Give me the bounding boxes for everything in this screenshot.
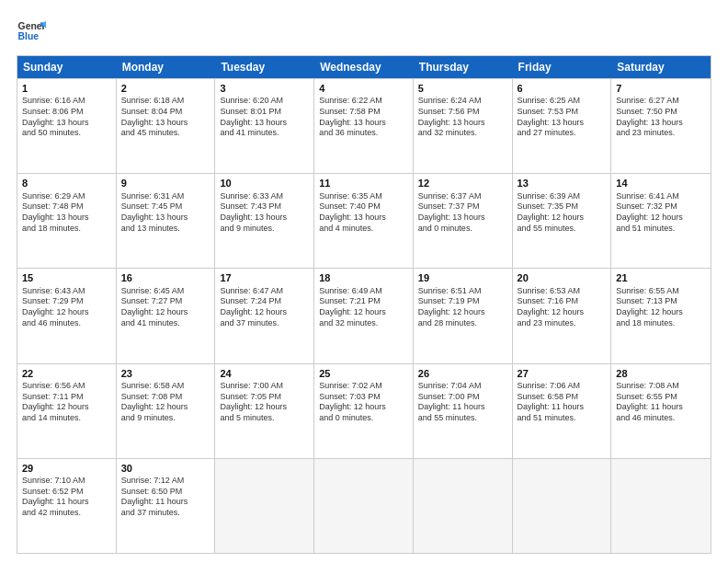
- day-info: Sunset: 7:13 PM: [616, 296, 706, 307]
- calendar-cell: [314, 459, 414, 553]
- day-info: Sunset: 7:40 PM: [319, 201, 408, 213]
- day-info: Sunset: 6:50 PM: [121, 487, 210, 498]
- day-number: 26: [418, 367, 507, 380]
- day-of-week-thursday: Thursday: [414, 56, 513, 78]
- day-info: Daylight: 12 hours: [518, 213, 607, 224]
- calendar-cell: 4Sunrise: 6:22 AMSunset: 7:58 PMDaylight…: [314, 79, 414, 173]
- day-number: 18: [319, 271, 408, 284]
- day-info: and 45 minutes.: [121, 128, 210, 139]
- day-info: Sunrise: 7:08 AM: [616, 381, 706, 392]
- header: General Blue: [17, 17, 711, 46]
- day-info: Sunrise: 6:35 AM: [319, 191, 408, 202]
- day-number: 13: [518, 177, 607, 190]
- day-info: Sunrise: 6:41 AM: [616, 191, 706, 202]
- day-info: and 55 minutes.: [418, 413, 507, 424]
- day-info: and 18 minutes.: [22, 224, 111, 235]
- day-info: Sunset: 7:19 PM: [418, 296, 507, 307]
- calendar-cell: 11Sunrise: 6:35 AMSunset: 7:40 PMDayligh…: [314, 174, 414, 268]
- day-info: Sunset: 7:58 PM: [319, 107, 408, 118]
- day-info: Sunrise: 7:04 AM: [418, 381, 507, 392]
- day-number: 5: [418, 82, 507, 95]
- day-number: 20: [518, 271, 607, 284]
- day-info: Sunset: 7:50 PM: [616, 107, 706, 118]
- calendar-cell: 1Sunrise: 6:16 AMSunset: 8:06 PMDaylight…: [17, 79, 117, 173]
- calendar-cell: 17Sunrise: 6:47 AMSunset: 7:24 PMDayligh…: [215, 269, 314, 362]
- day-info: Sunrise: 6:16 AM: [22, 96, 111, 107]
- day-info: and 27 minutes.: [518, 128, 607, 139]
- day-info: and 0 minutes.: [418, 224, 507, 235]
- day-info: Sunset: 8:06 PM: [22, 107, 111, 118]
- day-info: Daylight: 12 hours: [319, 402, 408, 413]
- day-info: and 18 minutes.: [616, 318, 706, 329]
- calendar-cell: 25Sunrise: 7:02 AMSunset: 7:03 PMDayligh…: [314, 364, 414, 458]
- day-info: Sunset: 7:03 PM: [319, 392, 408, 403]
- calendar-cell: 19Sunrise: 6:51 AMSunset: 7:19 PMDayligh…: [414, 269, 513, 362]
- calendar-cell: [513, 459, 612, 553]
- day-info: Sunrise: 6:20 AM: [220, 96, 309, 107]
- day-info: Sunset: 7:11 PM: [22, 392, 111, 403]
- day-info: Sunset: 8:01 PM: [220, 107, 309, 118]
- day-info: and 46 minutes.: [22, 318, 111, 329]
- calendar-header: SundayMondayTuesdayWednesdayThursdayFrid…: [17, 56, 711, 78]
- day-info: Sunrise: 7:00 AM: [220, 381, 309, 392]
- calendar-cell: 5Sunrise: 6:24 AMSunset: 7:56 PMDaylight…: [414, 79, 513, 173]
- day-info: Sunset: 7:24 PM: [220, 296, 309, 307]
- day-info: Sunrise: 6:43 AM: [22, 286, 111, 297]
- day-info: and 13 minutes.: [121, 224, 210, 235]
- calendar-cell: 12Sunrise: 6:37 AMSunset: 7:37 PMDayligh…: [414, 174, 513, 268]
- day-info: and 5 minutes.: [220, 413, 309, 424]
- calendar-cell: 26Sunrise: 7:04 AMSunset: 7:00 PMDayligh…: [414, 364, 513, 458]
- day-number: 10: [220, 177, 309, 190]
- day-info: Daylight: 11 hours: [418, 402, 507, 413]
- calendar-cell: 2Sunrise: 6:18 AMSunset: 8:04 PMDaylight…: [117, 79, 216, 173]
- day-info: Sunrise: 6:33 AM: [220, 191, 309, 202]
- day-info: and 36 minutes.: [319, 128, 408, 139]
- day-info: Daylight: 13 hours: [121, 118, 210, 129]
- day-info: and 32 minutes.: [418, 128, 507, 139]
- day-info: Daylight: 13 hours: [319, 118, 408, 129]
- day-info: Daylight: 12 hours: [22, 402, 111, 413]
- day-info: and 41 minutes.: [121, 318, 210, 329]
- day-info: Sunrise: 7:12 AM: [121, 476, 210, 487]
- day-info: and 37 minutes.: [220, 318, 309, 329]
- day-info: Daylight: 12 hours: [616, 307, 706, 318]
- day-number: 24: [220, 367, 309, 380]
- day-number: 16: [121, 271, 210, 284]
- day-number: 19: [418, 271, 507, 284]
- calendar-cell: 20Sunrise: 6:53 AMSunset: 7:16 PMDayligh…: [513, 269, 612, 362]
- calendar-cell: 23Sunrise: 6:58 AMSunset: 7:08 PMDayligh…: [117, 364, 216, 458]
- day-info: Sunset: 7:32 PM: [616, 201, 706, 213]
- day-of-week-saturday: Saturday: [611, 56, 711, 78]
- calendar: SundayMondayTuesdayWednesdayThursdayFrid…: [17, 55, 711, 554]
- logo: General Blue: [17, 17, 46, 46]
- day-info: and 37 minutes.: [121, 508, 210, 519]
- day-info: and 4 minutes.: [319, 224, 408, 235]
- day-info: Sunrise: 6:58 AM: [121, 381, 210, 392]
- day-number: 30: [121, 462, 210, 475]
- calendar-cell: 3Sunrise: 6:20 AMSunset: 8:01 PMDaylight…: [215, 79, 314, 173]
- day-number: 17: [220, 271, 309, 284]
- calendar-cell: 16Sunrise: 6:45 AMSunset: 7:27 PMDayligh…: [117, 269, 216, 362]
- calendar-cell: 30Sunrise: 7:12 AMSunset: 6:50 PMDayligh…: [117, 459, 216, 553]
- day-number: 22: [22, 367, 111, 380]
- day-info: and 9 minutes.: [220, 224, 309, 235]
- day-info: Daylight: 11 hours: [121, 497, 210, 508]
- day-of-week-sunday: Sunday: [17, 56, 117, 78]
- day-info: Daylight: 12 hours: [22, 307, 111, 318]
- day-info: and 23 minutes.: [616, 128, 706, 139]
- day-info: Sunrise: 6:27 AM: [616, 96, 706, 107]
- calendar-cell: [215, 459, 314, 553]
- day-info: Sunrise: 6:45 AM: [121, 286, 210, 297]
- calendar-cell: [414, 459, 513, 553]
- day-info: Daylight: 13 hours: [418, 118, 507, 129]
- day-number: 15: [22, 271, 111, 284]
- day-info: and 50 minutes.: [22, 128, 111, 139]
- day-info: and 28 minutes.: [418, 318, 507, 329]
- day-number: 9: [121, 177, 210, 190]
- calendar-cell: 9Sunrise: 6:31 AMSunset: 7:45 PMDaylight…: [117, 174, 216, 268]
- day-number: 11: [319, 177, 408, 190]
- calendar-cell: 18Sunrise: 6:49 AMSunset: 7:21 PMDayligh…: [314, 269, 414, 362]
- calendar-cell: 13Sunrise: 6:39 AMSunset: 7:35 PMDayligh…: [513, 174, 612, 268]
- day-info: Daylight: 12 hours: [418, 307, 507, 318]
- day-info: and 41 minutes.: [220, 128, 309, 139]
